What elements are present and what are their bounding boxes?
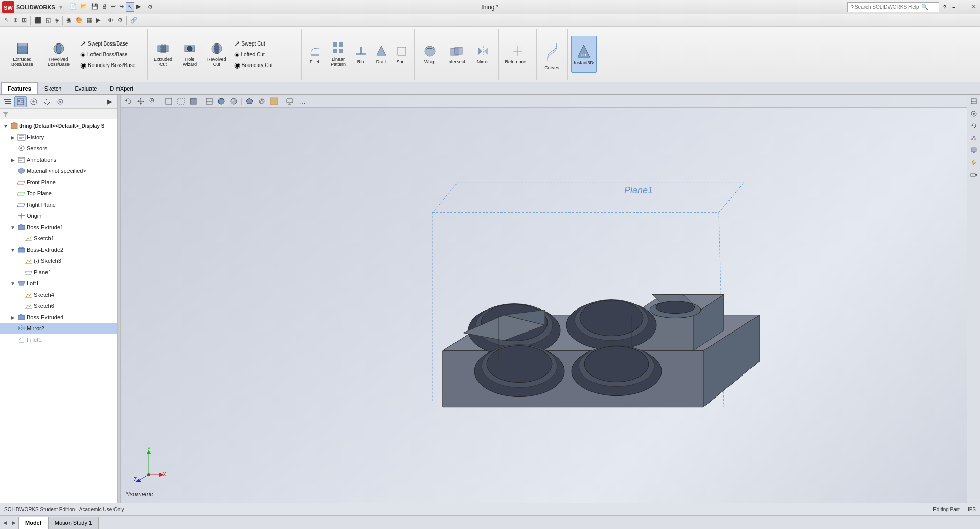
minimize-btn[interactable]: −	[950, 3, 958, 11]
vt-ambient[interactable]	[228, 96, 239, 106]
tree-sketch1[interactable]: ▶ Sketch1	[0, 233, 117, 244]
tree-history[interactable]: ▶ History	[0, 131, 117, 143]
tree-root[interactable]: ▼ thing (Default<<Default>_Display S	[0, 120, 117, 131]
vt-color[interactable]	[256, 96, 267, 106]
tree-boss-extrude4[interactable]: ▶ Boss-Extrude4	[0, 312, 117, 323]
vt-shaded[interactable]	[188, 96, 199, 106]
tree-sensors[interactable]: ▶ Sensors	[0, 143, 117, 154]
help-btn[interactable]: ?	[941, 3, 948, 11]
curves-button[interactable]: Curves	[540, 36, 564, 73]
viewport[interactable]: …	[121, 95, 967, 503]
right-btn-expand[interactable]	[968, 96, 979, 107]
vt-realistic[interactable]	[216, 96, 227, 106]
tb-smartselect[interactable]: ↖	[2, 16, 11, 25]
toolbar-print[interactable]: 🖨	[100, 2, 109, 12]
reference-button[interactable]: Reference...	[502, 36, 533, 73]
annotations-expand[interactable]: ▶	[9, 156, 16, 163]
tree-top-plane[interactable]: ▶ Top Plane	[0, 188, 117, 199]
right-btn-lights[interactable]	[968, 157, 979, 168]
tree-origin[interactable]: ▶ Origin	[0, 210, 117, 222]
search-icon[interactable]: 🔍	[921, 4, 928, 10]
draft-button[interactable]: Draft	[372, 36, 391, 73]
search-input[interactable]	[855, 4, 921, 10]
panel-expand-btn[interactable]: ▶	[104, 96, 116, 107]
tb-more2[interactable]: ▶	[95, 16, 102, 24]
lofted-boss-button[interactable]: ◈ Lofted Boss/Base	[78, 49, 144, 59]
vt-zoom[interactable]	[147, 96, 158, 106]
loft1-expand[interactable]: ▼	[9, 280, 16, 287]
right-btn-scene[interactable]	[968, 145, 979, 156]
tab-dimxpert[interactable]: DimXpert	[103, 82, 140, 94]
tree-boss-extrude2[interactable]: ▼ Boss-Extrude2	[0, 244, 117, 255]
tree-material[interactable]: ▶ Material <not specified>	[0, 165, 117, 177]
panel-icon-configmgr[interactable]	[41, 96, 53, 107]
toolbar-new[interactable]: 📄	[68, 2, 78, 12]
vt-display[interactable]	[284, 96, 295, 106]
toolbar-save[interactable]: 💾	[89, 2, 100, 12]
tree-sketch6[interactable]: ▶ Sketch6	[0, 300, 117, 312]
panel-icon-displaymgr[interactable]	[54, 96, 66, 107]
motion-study-tab[interactable]: Motion Study 1	[48, 517, 99, 529]
panel-icon-tree[interactable]	[1, 96, 13, 107]
tb-triad[interactable]: ⊕	[12, 16, 19, 24]
swept-cut-button[interactable]: ↗ Swept Cut	[232, 38, 298, 49]
toolbar-undo[interactable]: ↩	[109, 2, 117, 12]
panel-icon-propertymgr[interactable]	[28, 96, 40, 107]
rib-button[interactable]: Rib	[352, 36, 370, 73]
vt-normal[interactable]	[163, 96, 174, 106]
tree-annotations[interactable]: ▶ Annotations	[0, 154, 117, 165]
options-btn[interactable]: ⚙	[146, 3, 154, 11]
lofted-cut-button[interactable]: ◈ Lofted Cut	[232, 49, 298, 59]
tb-section[interactable]: ◉	[65, 16, 73, 24]
tb-snaps[interactable]: 🔗	[129, 16, 139, 24]
revolved-cut-button[interactable]: RevolvedCut	[204, 36, 230, 73]
toolbar-open[interactable]: 📂	[79, 2, 89, 12]
extruded-boss-button[interactable]: Extruded Boss/Base	[5, 36, 39, 73]
root-expand[interactable]: ▼	[2, 122, 9, 129]
toolbar-redo[interactable]: ↪	[118, 2, 125, 12]
maximize-btn[interactable]: □	[960, 3, 967, 11]
tb-display[interactable]: ◈	[53, 16, 60, 24]
toolbar-more[interactable]: ▶	[135, 2, 142, 12]
boss-extrude4-expand[interactable]: ▶	[9, 314, 16, 321]
search-bar[interactable]: ? 🔍	[847, 2, 939, 12]
tb-select[interactable]: ⊞	[20, 16, 28, 24]
tree-plane1[interactable]: ▶ Plane1	[0, 267, 117, 278]
fillet-button[interactable]: Fillet	[305, 36, 325, 73]
right-btn-view[interactable]	[968, 108, 979, 119]
tb-appearance[interactable]: 🎨	[74, 16, 84, 24]
revolved-boss-button[interactable]: Revolved Boss/Base	[41, 36, 76, 73]
linear-pattern-button[interactable]: LinearPattern	[327, 36, 350, 73]
close-btn[interactable]: ✕	[969, 3, 978, 11]
tab-features[interactable]: Features	[1, 82, 38, 94]
shell-button[interactable]: Shell	[393, 36, 411, 73]
tree-front-plane[interactable]: ▶ Front Plane	[0, 177, 117, 188]
vt-more[interactable]: …	[297, 96, 308, 106]
boundary-cut-button[interactable]: ◉ Boundary Cut	[232, 60, 298, 70]
tb-display2[interactable]: ▦	[85, 16, 94, 24]
boss-extrude1-expand[interactable]: ▼	[9, 224, 16, 231]
tree-right-plane[interactable]: ▶ Right Plane	[0, 199, 117, 210]
tb-heads-up[interactable]: 👁	[106, 17, 115, 24]
right-btn-camplus[interactable]	[968, 169, 979, 181]
right-btn-appearance[interactable]	[968, 133, 979, 144]
wrap-button[interactable]: Wrap	[418, 36, 442, 73]
history-expand[interactable]: ▶	[9, 134, 16, 141]
swept-boss-button[interactable]: ↗ Swept Boss/Base	[78, 38, 144, 49]
vt-section[interactable]	[203, 96, 215, 106]
scroll-left-btn[interactable]: ◀	[0, 518, 9, 528]
tree-loft1[interactable]: ▼ Loft1	[0, 278, 117, 289]
tree-boss-extrude1[interactable]: ▼ Boss-Extrude1	[0, 222, 117, 233]
vt-rotate[interactable]	[123, 96, 134, 106]
boss-extrude2-expand[interactable]: ▼	[9, 246, 16, 253]
tree-sketch3[interactable]: ▶ (-) Sketch3	[0, 255, 117, 267]
mirror-button[interactable]: Mirror	[471, 36, 495, 73]
boundary-boss-button[interactable]: ◉ Boundary Boss/Base	[78, 60, 144, 70]
tb-settings[interactable]: ⚙	[116, 16, 124, 24]
vt-wireframe[interactable]	[175, 96, 187, 106]
intersect-button[interactable]: Intersect	[444, 36, 469, 73]
instant3d-button[interactable]: 3D Instant3D	[571, 36, 597, 73]
right-btn-rotate[interactable]	[968, 120, 979, 131]
tree-mirror2[interactable]: ▶ Mirror2	[0, 323, 117, 334]
vt-appearance[interactable]	[268, 96, 280, 106]
